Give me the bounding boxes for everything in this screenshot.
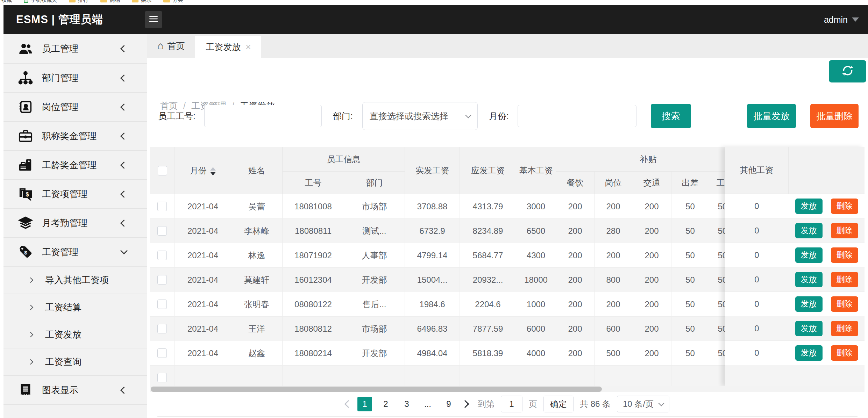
page-size-select[interactable]: 10 条/页 [617, 396, 669, 412]
sidebar-item-7[interactable]: 月考勤管理 [3, 208, 147, 237]
sort-ascending-icon[interactable] [210, 167, 216, 171]
batch-delete-button[interactable]: 批量删除 [810, 104, 859, 128]
page-ellipsis: ... [420, 397, 435, 411]
cell-month: 2021-04 [175, 194, 231, 219]
sidebar-item-3[interactable]: 岗位管理 [3, 92, 147, 121]
chevron-left-icon [120, 74, 128, 81]
pay-button[interactable]: 发放 [795, 199, 823, 214]
bookmark-item[interactable]: 手机收藏夹 [24, 0, 57, 3]
sidebar-item-4[interactable]: 职称奖金管理 [3, 121, 147, 150]
sidebar-subitem[interactable]: 导入其他工资项 [3, 266, 147, 294]
search-button[interactable]: 搜索 [651, 104, 691, 128]
goto-page-input[interactable] [501, 396, 522, 412]
row-checkbox[interactable] [157, 324, 167, 333]
cell-emp_no: 18071902 [283, 243, 344, 268]
sidebar-item-label: 工龄奖金管理 [42, 159, 97, 171]
sidebar-subitem[interactable]: 工资查询 [3, 348, 147, 375]
fixed-right-row: 0发放删除 [725, 316, 865, 341]
cell-month: 2021-04 [175, 243, 231, 268]
sidebar-item-5[interactable]: 工龄奖金管理 [3, 150, 147, 179]
bookmark-item[interactable]: 收藏 [1, 0, 12, 3]
cell-travel: 50 [671, 219, 709, 243]
user-menu[interactable]: admin [824, 5, 859, 34]
sidebar-item-9[interactable]: 图表显示 [3, 375, 147, 404]
row-select-cell [150, 194, 175, 219]
cell-other-pay: 0 [725, 324, 789, 333]
sidebar-subitem-label: 工资查询 [45, 356, 81, 368]
cell-dept: 开发部 [344, 341, 405, 366]
sort-descending-icon[interactable] [210, 172, 216, 175]
pay-button[interactable]: 发放 [795, 223, 823, 238]
fixed-right-header: 其他工资 [725, 147, 865, 194]
delete-button[interactable]: 删除 [831, 199, 858, 214]
cell-post: 800 [595, 268, 632, 292]
dept-select[interactable]: 直接选择或搜索选择 [362, 102, 478, 130]
page-unit-label: 页 [529, 398, 537, 410]
table-row: 2021-04赵鑫18080214开发部4984.045818.39400020… [150, 341, 741, 366]
cell-transport: 200 [632, 219, 671, 243]
pay-button[interactable]: 发放 [795, 296, 823, 312]
tab-工资发放[interactable]: 工资发放× [195, 36, 261, 58]
cell-name: 莫建轩 [231, 268, 283, 292]
previous-page-icon[interactable] [344, 400, 353, 408]
sidebar-item-2[interactable]: 部门管理 [3, 63, 147, 92]
pay-button[interactable]: 发放 [795, 345, 823, 361]
horizontal-scrollbar-thumb[interactable] [151, 387, 602, 392]
cell-travel: 50 [671, 341, 709, 366]
cell-meal: 200 [556, 341, 595, 366]
sidebar-subitem[interactable]: 工资结算 [3, 294, 147, 321]
cell-other-pay: 0 [725, 201, 789, 211]
cell-base_pay: 1000 [516, 292, 556, 317]
select-all-checkbox[interactable] [158, 166, 167, 175]
tab-label: 工资发放 [206, 41, 241, 53]
tab-首页[interactable]: ⌂首页 [147, 34, 195, 58]
sidebar-item-label: 月考勤管理 [42, 217, 87, 229]
bookmark-item[interactable]: 娱乐 [132, 0, 151, 3]
batch-pay-button[interactable]: 批量发放 [747, 104, 796, 128]
row-select-cell [150, 341, 175, 366]
delete-button[interactable]: 删除 [831, 247, 858, 263]
bookmark-item[interactable]: 购物 [100, 0, 120, 3]
tab-close-icon[interactable]: × [246, 42, 251, 52]
row-checkbox[interactable] [157, 348, 167, 358]
sidebar-subitem[interactable]: 工资发放 [3, 321, 147, 348]
delete-button[interactable]: 删除 [831, 223, 858, 238]
header-dept: 部门 [344, 172, 405, 194]
delete-button[interactable]: 删除 [831, 296, 858, 312]
refresh-button[interactable] [829, 60, 866, 82]
row-checkbox[interactable] [157, 373, 167, 382]
cell-travel: 50 [671, 194, 709, 219]
header-name: 姓名 [231, 147, 283, 194]
delete-button[interactable]: 删除 [831, 272, 858, 287]
page-number-1[interactable]: 1 [357, 397, 372, 411]
cell-gross_pay: 2204.6 [460, 292, 516, 317]
cell-emp_no: 18080812 [283, 317, 344, 341]
row-select-cell [150, 243, 175, 268]
bookmark-item[interactable]: 分类 [163, 0, 183, 3]
row-checkbox[interactable] [157, 202, 167, 211]
bookmark-label: 手机收藏夹 [31, 0, 57, 3]
page-number-3[interactable]: 3 [399, 397, 414, 411]
bookmark-item[interactable]: 排行 [69, 0, 88, 3]
row-checkbox[interactable] [157, 300, 167, 309]
pay-button[interactable]: 发放 [795, 272, 823, 287]
page-number-9[interactable]: 9 [441, 397, 456, 411]
chevron-right-icon [28, 359, 34, 365]
pay-button[interactable]: 发放 [795, 321, 823, 336]
row-checkbox[interactable] [157, 275, 167, 284]
next-page-icon[interactable] [461, 400, 469, 408]
confirm-page-button[interactable]: 确定 [543, 396, 574, 412]
pay-button[interactable]: 发放 [795, 247, 823, 263]
sidebar-item-6[interactable]: $工资项管理 [3, 179, 147, 208]
row-checkbox[interactable] [157, 226, 167, 236]
sidebar-item-1[interactable]: 员工管理 [3, 34, 147, 63]
row-checkbox[interactable] [157, 251, 167, 260]
row-actions: 发放删除 [789, 272, 865, 287]
sidebar-item-8[interactable]: $工资管理 [3, 237, 147, 266]
sidebar-collapse-button[interactable] [145, 11, 162, 28]
delete-button[interactable]: 删除 [831, 321, 858, 336]
page-number-2[interactable]: 2 [378, 397, 393, 411]
delete-button[interactable]: 删除 [831, 345, 858, 361]
month-input[interactable] [518, 105, 636, 127]
emp-id-input[interactable] [204, 105, 322, 127]
